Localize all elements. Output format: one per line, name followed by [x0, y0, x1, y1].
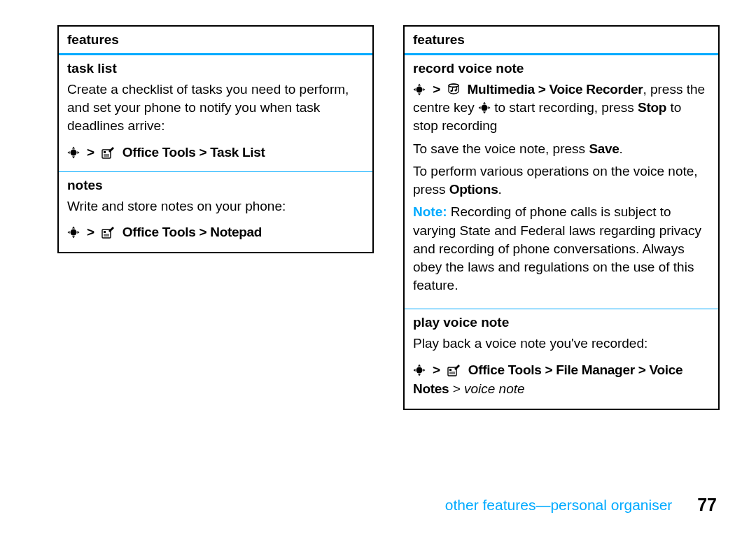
svg-marker-20	[418, 94, 421, 96]
options-label: Options	[449, 182, 498, 197]
path-rest: > Notepad	[195, 225, 262, 239]
feature-title: play voice note	[413, 315, 710, 330]
features-table-right: features record voice note > Multimedia …	[403, 25, 720, 410]
svg-point-31	[416, 367, 423, 373]
table-header: features	[405, 27, 718, 55]
svg-rect-15	[104, 231, 106, 233]
feature-title: notes	[67, 178, 364, 193]
svg-rect-6	[104, 151, 106, 153]
office-tools-icon	[447, 364, 461, 376]
feature-body: > Multimedia > Voice Recorder, press the…	[413, 80, 710, 295]
left-column: features task list Create a checklist of…	[57, 25, 374, 410]
svg-marker-28	[483, 112, 486, 114]
feature-row-notes: notes Write and store notes on your phon…	[59, 172, 372, 252]
nav-key-icon	[478, 101, 491, 114]
nav-key-icon	[413, 83, 426, 96]
path-menu-label: Office Tools	[122, 225, 196, 239]
svg-marker-22	[424, 88, 426, 91]
svg-marker-3	[68, 151, 70, 154]
svg-marker-19	[418, 84, 421, 86]
feature-title: record voice note	[413, 61, 710, 76]
save-label: Save	[589, 141, 619, 156]
right-column: features record voice note > Multimedia …	[403, 25, 720, 410]
table-header: features	[59, 27, 372, 55]
two-column-layout: features task list Create a checklist of…	[57, 25, 720, 410]
svg-marker-11	[72, 237, 75, 239]
note-text: Recording of phone calls is subject to v…	[413, 204, 701, 292]
svg-marker-35	[424, 369, 426, 372]
svg-point-18	[416, 87, 423, 93]
svg-marker-33	[418, 374, 421, 376]
svg-point-26	[481, 105, 487, 111]
svg-point-9	[71, 230, 77, 236]
nav-key-icon	[67, 226, 80, 239]
multimedia-label: Multimedia	[468, 82, 535, 97]
path-menu-label: Office Tools	[122, 145, 196, 160]
text-segment: .	[498, 182, 501, 197]
feature-row-task-list: task list Create a checklist of tasks yo…	[59, 55, 372, 172]
nav-path: > Office Tools > Notepad	[67, 223, 364, 242]
path-menu-label: Office Tools	[468, 362, 542, 377]
voice-recorder-label: > Voice Recorder	[535, 82, 643, 97]
page-number: 77	[697, 495, 717, 514]
path-italic-var: voice note	[464, 381, 525, 396]
svg-marker-10	[72, 227, 75, 229]
feature-description: Play back a voice note you've recorded:	[413, 334, 710, 353]
stop-label: Stop	[638, 100, 666, 115]
options-instructions: To perform various operations on the voi…	[413, 162, 710, 199]
svg-marker-13	[78, 231, 80, 234]
nav-path: > Office Tools > File Manager > Voice No…	[413, 360, 710, 399]
text-segment: .	[620, 141, 623, 156]
page-footer: other features—personal organiser 77	[445, 495, 717, 515]
nav-key-icon	[413, 364, 426, 376]
feature-description: Create a checklist of tasks you need to …	[67, 80, 364, 136]
feature-description: Write and store notes on your phone:	[67, 197, 364, 216]
svg-rect-37	[449, 369, 451, 371]
feature-body: Write and store notes on your phone: > O…	[67, 197, 364, 242]
svg-marker-27	[483, 102, 486, 104]
feature-title: task list	[67, 61, 364, 76]
svg-marker-2	[72, 156, 75, 158]
svg-marker-1	[72, 146, 75, 148]
feature-row-play-voice-note: play voice note Play back a voice note y…	[405, 309, 718, 408]
svg-marker-29	[478, 106, 480, 109]
nav-path: > Office Tools > Task List	[67, 143, 364, 162]
svg-marker-32	[418, 364, 421, 366]
features-table-left: features task list Create a checklist of…	[57, 25, 374, 253]
svg-marker-34	[414, 369, 416, 372]
office-tools-icon	[102, 226, 115, 239]
text-segment: to start recording, press	[491, 100, 638, 115]
legal-note: Note: Recording of phone calls is subjec…	[413, 203, 710, 295]
note-label: Note:	[413, 204, 451, 219]
save-instructions: To save the voice note, press Save.	[413, 140, 710, 158]
svg-point-0	[71, 149, 77, 155]
feature-body: Play back a voice note you've recorded: …	[413, 334, 710, 398]
record-instructions: > Multimedia > Voice Recorder, press the…	[413, 80, 710, 136]
nav-key-icon	[67, 146, 80, 159]
feature-row-record-voice-note: record voice note > Multimedia > Voice R…	[405, 55, 718, 309]
footer-section-title: other features—personal organiser	[445, 497, 673, 513]
svg-marker-21	[414, 88, 416, 91]
path-gt: >	[449, 381, 464, 396]
svg-marker-4	[78, 151, 80, 154]
text-segment: To save the voice note, press	[413, 141, 589, 156]
office-tools-icon	[102, 146, 115, 159]
manual-page: features task list Create a checklist of…	[0, 0, 756, 536]
svg-marker-12	[68, 231, 70, 234]
multimedia-icon	[447, 83, 460, 96]
path-rest: > Task List	[195, 145, 265, 160]
feature-body: Create a checklist of tasks you need to …	[67, 80, 364, 162]
